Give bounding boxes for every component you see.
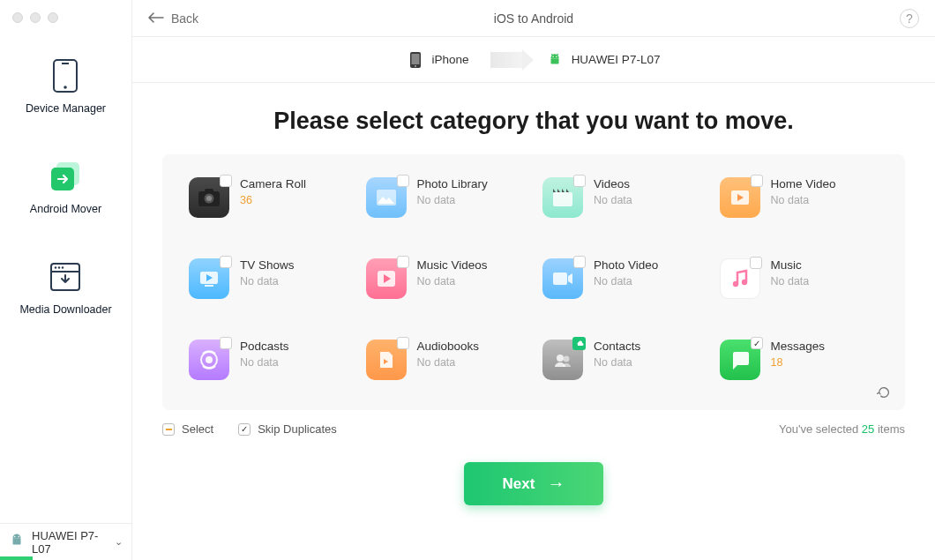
audiobooks-icon xyxy=(366,340,407,380)
podcasts-icon xyxy=(189,340,229,380)
source-device-name: iPhone xyxy=(432,53,469,66)
help-button[interactable]: ? xyxy=(900,9,919,28)
android-icon xyxy=(547,52,563,68)
category-contacts[interactable]: ContactsNo data xyxy=(542,340,702,380)
sidebar-item-android-mover[interactable]: Android Mover xyxy=(30,159,101,215)
svg-point-18 xyxy=(556,56,557,57)
tv-shows-icon xyxy=(189,258,229,299)
device-transfer-row: iPhone HUAWEI P7-L07 xyxy=(132,37,935,83)
category-messages[interactable]: Messages18 xyxy=(720,340,879,380)
category-subtitle: No data xyxy=(594,356,640,369)
download-icon xyxy=(48,259,83,295)
category-checkbox[interactable] xyxy=(220,175,232,187)
sidebar-item-device-manager[interactable]: Device Manager xyxy=(26,58,106,115)
svg-point-32 xyxy=(732,281,737,287)
category-title: Photo Video xyxy=(594,258,658,272)
window-zoom[interactable] xyxy=(48,12,58,23)
category-photo-library[interactable]: Photo LibraryNo data xyxy=(366,177,526,218)
category-checkbox[interactable] xyxy=(397,175,409,187)
category-title: Podcasts xyxy=(240,340,289,353)
skip-duplicates-checkbox[interactable]: Skip Duplicates xyxy=(238,422,337,436)
music-icon xyxy=(720,258,760,299)
camera-icon xyxy=(189,177,229,218)
category-checkbox[interactable] xyxy=(751,175,763,187)
category-checkbox[interactable] xyxy=(751,337,763,349)
category-title: Contacts xyxy=(594,340,640,353)
svg-line-19 xyxy=(551,54,553,56)
sidebar-item-label: Device Manager xyxy=(26,102,106,115)
source-device: iPhone xyxy=(408,52,469,68)
category-home-video[interactable]: Home VideoNo data xyxy=(720,177,879,218)
videos-icon xyxy=(542,177,583,218)
category-subtitle: No data xyxy=(417,275,488,287)
category-checkbox[interactable] xyxy=(220,337,232,349)
sidebar: Device Manager Android Mover Media Downl… xyxy=(0,0,132,560)
checkbox-checked-icon xyxy=(238,423,251,436)
category-checkbox[interactable] xyxy=(397,256,409,268)
help-icon: ? xyxy=(906,11,913,26)
checkbox-indeterminate-icon xyxy=(162,423,175,436)
svg-point-8 xyxy=(58,266,60,268)
svg-rect-29 xyxy=(205,285,213,287)
category-checkbox[interactable] xyxy=(397,337,409,349)
category-subtitle: No data xyxy=(417,356,480,369)
category-subtitle: No data xyxy=(417,194,488,206)
svg-point-9 xyxy=(62,266,64,268)
window-controls xyxy=(0,0,131,23)
category-podcasts[interactable]: PodcastsNo data xyxy=(189,340,348,380)
category-title: Music xyxy=(771,258,810,272)
category-panel: Camera Roll36Photo LibraryNo dataVideosN… xyxy=(162,154,905,410)
svg-point-37 xyxy=(564,356,570,362)
category-subtitle: No data xyxy=(594,194,632,206)
svg-point-15 xyxy=(415,65,416,67)
sidebar-item-media-downloader[interactable]: Media Downloader xyxy=(19,259,111,316)
category-music-videos[interactable]: Music VideosNo data xyxy=(366,258,526,299)
next-button[interactable]: Next → xyxy=(464,462,604,505)
page-title: iOS to Android xyxy=(132,11,935,26)
category-subtitle: No data xyxy=(771,194,836,206)
category-audiobooks[interactable]: AudiobooksNo data xyxy=(366,340,526,380)
category-photo-video[interactable]: Photo VideoNo data xyxy=(542,258,702,299)
sidebar-item-label: Media Downloader xyxy=(19,303,111,316)
svg-point-35 xyxy=(206,356,213,363)
photo-library-icon xyxy=(366,177,407,218)
back-button[interactable]: Back xyxy=(148,11,198,26)
category-title: Videos xyxy=(594,177,632,190)
svg-point-36 xyxy=(557,355,564,362)
category-music[interactable]: MusicNo data xyxy=(720,258,879,299)
category-subtitle: No data xyxy=(594,275,658,287)
window-minimize[interactable] xyxy=(30,12,41,23)
selected-count-text: You've selected 25 items xyxy=(779,422,905,436)
category-title: Camera Roll xyxy=(240,177,306,190)
connected-device-selector[interactable]: HUAWEI P7-L07 ⌄ xyxy=(0,523,131,560)
category-checkbox[interactable] xyxy=(220,256,232,268)
select-all-checkbox[interactable]: Select xyxy=(162,422,213,436)
category-subtitle: 36 xyxy=(240,194,306,206)
category-subtitle: No data xyxy=(240,275,295,287)
category-subtitle: No data xyxy=(240,356,289,369)
transfer-arrow-icon xyxy=(490,52,526,68)
category-checkbox[interactable] xyxy=(750,257,762,269)
photo-video-icon xyxy=(542,258,583,299)
category-tv-shows[interactable]: TV ShowsNo data xyxy=(189,258,348,299)
device-storage-bar xyxy=(0,556,33,560)
category-title: Audiobooks xyxy=(417,340,480,353)
svg-point-11 xyxy=(14,535,16,537)
instruction-title: Please select category that you want to … xyxy=(162,108,905,135)
window-close[interactable] xyxy=(12,12,23,23)
category-videos[interactable]: VideosNo data xyxy=(542,177,702,218)
category-camera-roll[interactable]: Camera Roll36 xyxy=(189,177,348,218)
svg-line-20 xyxy=(557,54,558,56)
iphone-icon xyxy=(408,52,423,68)
sidebar-item-label: Android Mover xyxy=(30,203,101,215)
svg-point-24 xyxy=(206,196,212,201)
connected-device-name: HUAWEI P7-L07 xyxy=(32,529,108,556)
category-checkbox[interactable] xyxy=(573,256,586,268)
svg-point-7 xyxy=(55,266,56,268)
category-title: Photo Library xyxy=(417,177,488,190)
category-checkbox[interactable] xyxy=(573,175,586,187)
select-all-label: Select xyxy=(182,422,213,436)
svg-rect-14 xyxy=(411,54,419,64)
svg-rect-22 xyxy=(205,189,213,193)
refresh-button[interactable] xyxy=(875,384,893,401)
